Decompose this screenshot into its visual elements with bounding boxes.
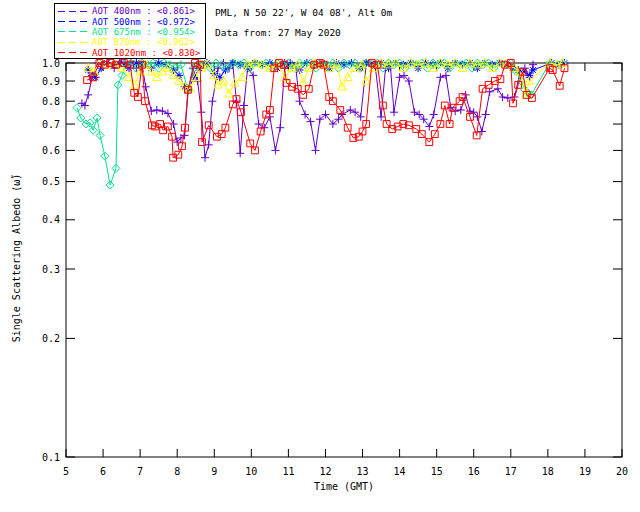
y-tick-label: 1.0	[42, 58, 60, 69]
legend-line-sample	[58, 52, 88, 53]
y-tick-label: 0.4	[42, 214, 60, 225]
x-tick-label: 20	[616, 466, 628, 477]
y-axis-title: Single Scattering Albedo (ω̃)	[11, 174, 22, 343]
station-info: PML, N 50 22', W 04 08', Alt 0m	[215, 7, 392, 18]
axes: 5678910111213141516171819201.00.90.80.70…	[42, 58, 628, 478]
legend-label: AOT 870nm : <0.962>	[92, 37, 195, 47]
y-tick-label: 0.6	[42, 145, 60, 156]
legend-line-sample	[58, 42, 88, 43]
legend-item: AOT 870nm : <0.962>	[58, 37, 202, 47]
x-tick-label: 18	[542, 466, 554, 477]
y-tick-label: 0.3	[42, 264, 60, 275]
data-series	[73, 58, 568, 189]
x-tick-label: 12	[319, 466, 331, 477]
y-tick-label: 0.2	[42, 333, 60, 344]
x-tick-label: 5	[63, 466, 69, 477]
series-line	[82, 63, 533, 158]
series-aot-400nm	[78, 59, 537, 162]
series-aot-675nm	[73, 59, 567, 189]
y-tick-label: 0.5	[42, 176, 60, 187]
x-tick-label: 6	[100, 466, 106, 477]
legend-line-sample	[58, 21, 88, 22]
x-axis-title: Time (GMT)	[314, 481, 374, 492]
data-date: Data from: 27 May 2020	[215, 27, 341, 38]
y-tick-label: 0.8	[42, 96, 60, 107]
legend-box: AOT 400nm : <0.861>AOT 500nm : <0.972>AO…	[54, 3, 206, 59]
x-tick-label: 9	[211, 466, 217, 477]
ssa-chart: 5678910111213141516171819201.00.90.80.70…	[0, 0, 640, 512]
legend-label: AOT 500nm : <0.972>	[92, 17, 195, 27]
ssa-plot-page: 5678910111213141516171819201.00.90.80.70…	[0, 0, 640, 512]
x-tick-label: 7	[137, 466, 143, 477]
legend-line-sample	[58, 11, 88, 12]
y-tick-label: 0.1	[42, 452, 60, 463]
plus-markers	[78, 59, 537, 162]
legend-item: AOT 1020nm : <0.830>	[58, 48, 202, 58]
legend-line-sample	[58, 31, 88, 32]
x-tick-label: 16	[468, 466, 480, 477]
x-tick-label: 10	[245, 466, 257, 477]
legend-item: AOT 500nm : <0.972>	[58, 16, 202, 26]
x-tick-label: 17	[505, 466, 517, 477]
x-tick-label: 11	[282, 466, 294, 477]
y-tick-label: 0.7	[42, 119, 60, 130]
legend-label: AOT 400nm : <0.861>	[92, 6, 195, 16]
legend-item: AOT 400nm : <0.861>	[58, 6, 202, 16]
x-tick-label: 13	[357, 466, 369, 477]
x-tick-label: 8	[174, 466, 180, 477]
legend-item: AOT 675nm : <0.954>	[58, 27, 202, 37]
x-tick-label: 15	[431, 466, 443, 477]
diamond-markers	[73, 59, 567, 189]
legend-label: AOT 675nm : <0.954>	[92, 27, 195, 37]
legend-label: AOT 1020nm : <0.830>	[92, 48, 200, 58]
y-tick-label: 0.9	[42, 76, 60, 87]
x-tick-label: 14	[394, 466, 406, 477]
x-tick-label: 19	[579, 466, 591, 477]
